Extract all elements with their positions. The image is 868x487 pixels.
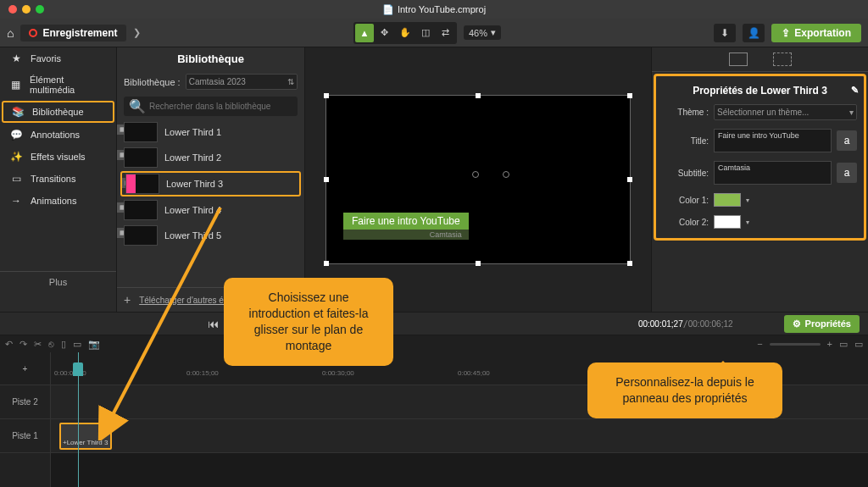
library-selector-label: Bibliothèque : xyxy=(124,77,181,87)
media-icon: ▦ xyxy=(10,79,21,91)
library-heading: Bibliothèque xyxy=(117,47,304,70)
library-search-input[interactable] xyxy=(149,102,292,111)
tutorial-callout-2: Personnalisez-la depuis le panneau des p… xyxy=(587,362,782,418)
sidebar-more[interactable]: Plus xyxy=(0,271,116,292)
title-input[interactable]: Faire une intro YouTube xyxy=(714,129,832,152)
export-icon: ⇪ xyxy=(782,27,790,39)
sidebar-item-media[interactable]: ▦Élément multimédia xyxy=(0,69,116,100)
document-icon: 📄 xyxy=(382,4,394,15)
sidebar-item-animations[interactable]: →Animations xyxy=(0,190,116,212)
transitions-icon: ▭ xyxy=(10,173,22,185)
playback-bar: ⏮ ▶ ⏭ 00:00:01;27/00:00:06;12 ⚙ Propriét… xyxy=(0,312,868,335)
cut-button[interactable]: ✂ xyxy=(34,339,42,350)
prev-frame-button[interactable]: ⏮ xyxy=(208,318,219,330)
marker-toggle[interactable]: ▭ xyxy=(839,339,848,350)
fit-toggle[interactable]: ▭ xyxy=(854,339,863,350)
sidebar-item-effects[interactable]: ✨Effets visuels xyxy=(0,146,116,168)
timeline-zoom-slider[interactable] xyxy=(770,343,821,346)
window-title: 📄 Intro YouTube.cmproj xyxy=(382,4,486,15)
properties-toggle-button[interactable]: ⚙ Propriétés xyxy=(784,315,860,333)
sidebar-item-annotations[interactable]: 💬Annotations xyxy=(0,124,116,146)
title-field-label: Title: xyxy=(663,136,709,146)
pan-tool[interactable]: ⇄ xyxy=(437,24,455,42)
animations-icon: → xyxy=(10,195,22,207)
timeline-toolbar: ↶ ↷ ✂ ⎋ ▯ ▭ 📷 − + ▭ ▭ xyxy=(0,335,868,352)
timecode-display: 00:00:01;27/00:00:06;12 xyxy=(638,319,733,329)
color1-label: Color 1: xyxy=(663,196,709,205)
track-label[interactable]: Piste 2 xyxy=(0,385,50,419)
subtitle-font-button[interactable]: a xyxy=(837,163,857,183)
effects-icon: ✨ xyxy=(10,151,22,163)
library-selector[interactable]: Camtasia 2023⇅ xyxy=(186,74,298,90)
library-add-button[interactable]: + xyxy=(124,293,131,307)
library-icon: 📚 xyxy=(12,106,24,118)
download-button[interactable]: ⬇ xyxy=(714,24,736,42)
camera-button[interactable]: 📷 xyxy=(88,339,100,350)
move-tool[interactable]: ✥ xyxy=(376,24,394,42)
search-icon: 🔍 xyxy=(129,98,146,114)
undo-button[interactable]: ↶ xyxy=(5,339,13,350)
close-window-button[interactable] xyxy=(8,5,17,14)
minimize-window-button[interactable] xyxy=(22,5,31,14)
timeline-clip[interactable]: + Lower Third 3 xyxy=(59,423,112,450)
sidebar: ★Favoris ▦Élément multimédia 📚Bibliothèq… xyxy=(0,47,117,312)
canvas-tools: ▲ ✥ ✋ ◫ ⇄ xyxy=(353,22,457,44)
annotation-icon: 💬 xyxy=(10,129,22,141)
select-tool[interactable]: ▲ xyxy=(355,24,374,42)
sidebar-item-library[interactable]: 📚Bibliothèque xyxy=(2,101,114,123)
star-icon: ★ xyxy=(10,53,22,64)
library-item[interactable]: ▦Lower Third 2 xyxy=(117,145,304,170)
color2-label: Color 2: xyxy=(663,218,709,227)
subtitle-field-label: Subtitle: xyxy=(663,169,709,178)
properties-title: Propriétés de Lower Third 3 ✎ xyxy=(661,81,859,100)
gear-icon: ⚙ xyxy=(793,318,801,329)
zoom-in-icon[interactable]: + xyxy=(827,339,832,349)
maximize-window-button[interactable] xyxy=(36,5,44,14)
copy-button[interactable]: ▯ xyxy=(61,339,66,350)
library-item[interactable]: ▦Lower Third 4 xyxy=(117,197,304,223)
titlebar: 📄 Intro YouTube.cmproj xyxy=(0,0,868,19)
track-add-button[interactable]: + xyxy=(0,352,50,385)
properties-tab-layout[interactable] xyxy=(773,53,792,66)
hand-tool[interactable]: ✋ xyxy=(396,24,415,42)
theme-selector[interactable]: Sélectionner un thème...▾ xyxy=(714,104,857,120)
redo-button[interactable]: ↷ xyxy=(19,339,27,350)
lower-third-preview[interactable]: Faire une intro YouTube Camtasia xyxy=(343,213,469,240)
library-item[interactable]: ▦Lower Third 5 xyxy=(117,223,304,248)
library-item-selected[interactable]: ▦Lower Third 3 xyxy=(120,171,301,196)
chevron-down-icon: ▾ xyxy=(491,27,496,38)
timeline-track[interactable]: + Lower Third 3 xyxy=(51,419,868,453)
theme-label: Thème : xyxy=(663,108,709,117)
record-menu-chevron[interactable]: ❯ xyxy=(133,27,141,38)
library-item[interactable]: ▦Lower Third 1 xyxy=(117,119,304,145)
color2-swatch[interactable] xyxy=(714,215,741,229)
library-panel: Bibliothèque Bibliothèque : Camtasia 202… xyxy=(117,47,305,312)
playhead[interactable] xyxy=(78,352,79,487)
canvas-stage[interactable]: Faire une intro YouTube Camtasia xyxy=(326,95,631,264)
zoom-level[interactable]: 46%▾ xyxy=(464,25,501,40)
split-button[interactable]: ⎋ xyxy=(48,339,54,349)
tutorial-callout-1: Choisissez une introduction et faites-la… xyxy=(224,278,393,366)
main-toolbar: ⌂ Enregistrement ❯ ▲ ✥ ✋ ◫ ⇄ 46%▾ ⬇ 👤 ⇪ … xyxy=(0,19,868,47)
record-button[interactable]: Enregistrement xyxy=(20,25,125,42)
zoom-out-icon[interactable]: − xyxy=(757,339,762,349)
sidebar-item-transitions[interactable]: ▭Transitions xyxy=(0,168,116,190)
edit-name-button[interactable]: ✎ xyxy=(851,85,859,96)
title-font-button[interactable]: a xyxy=(837,130,857,151)
color1-swatch[interactable] xyxy=(714,193,741,207)
export-button[interactable]: ⇪ Exportation xyxy=(771,24,861,42)
preview-canvas[interactable]: Faire une intro YouTube Camtasia xyxy=(305,47,651,312)
record-icon xyxy=(29,29,37,37)
crop-tool[interactable]: ◫ xyxy=(416,24,435,42)
properties-tab-visual[interactable] xyxy=(729,53,748,66)
library-search[interactable]: 🔍 xyxy=(124,97,298,116)
properties-panel: Propriétés de Lower Third 3 ✎ Thème : Sé… xyxy=(651,47,868,312)
sidebar-item-favorites[interactable]: ★Favoris xyxy=(0,47,116,69)
home-button[interactable]: ⌂ xyxy=(7,26,14,40)
account-button[interactable]: 👤 xyxy=(743,24,765,42)
track-label[interactable]: Piste 1 xyxy=(0,419,50,453)
paste-button[interactable]: ▭ xyxy=(73,339,81,350)
subtitle-input[interactable]: Camtasia xyxy=(714,161,832,185)
